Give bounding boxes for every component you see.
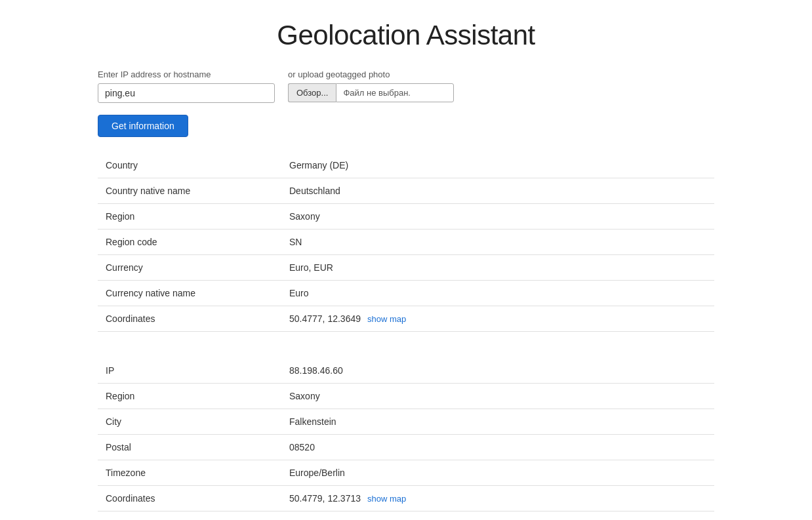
- row-label: IP: [98, 358, 281, 384]
- spacer-row: [98, 332, 714, 346]
- table-row: Postal08520: [98, 435, 714, 460]
- table-row: RegionSaxony: [98, 204, 714, 230]
- row-label: Coordinates: [98, 486, 281, 511]
- row-label: Currency native name: [98, 281, 281, 306]
- file-upload-group: or upload geotagged photo Обзор... Файл …: [288, 70, 454, 102]
- show-map-link[interactable]: show map: [367, 314, 406, 324]
- input-section: Enter IP address or hostname or upload g…: [98, 70, 714, 103]
- row-value: Euro: [281, 281, 714, 306]
- file-upload-container: Обзор... Файл не выбран.: [288, 83, 454, 102]
- row-label: Currency: [98, 255, 281, 281]
- file-browse-button[interactable]: Обзор...: [288, 83, 336, 102]
- table-row: Coordinates50.4777, 12.3649show map: [98, 306, 714, 332]
- get-information-button[interactable]: Get information: [98, 115, 188, 137]
- results-table-1: CountryGermany (DE)Country native nameDe…: [98, 153, 714, 345]
- ip-input-label: Enter IP address or hostname: [98, 70, 275, 79]
- row-value: Saxony: [281, 204, 714, 230]
- row-label: Coordinates: [98, 306, 281, 332]
- row-value: SN: [281, 230, 714, 255]
- row-label: Region: [98, 204, 281, 230]
- row-value: Europe/Berlin: [281, 460, 714, 486]
- ip-input[interactable]: [98, 83, 275, 103]
- table-row: CountryGermany (DE): [98, 153, 714, 178]
- row-value: 88.198.46.60: [281, 358, 714, 384]
- ip-input-group: Enter IP address or hostname: [98, 70, 275, 103]
- row-value: Falkenstein: [281, 409, 714, 435]
- row-value: Germany (DE): [281, 153, 714, 178]
- show-map-link[interactable]: show map: [367, 494, 406, 504]
- row-value: Deutschland: [281, 178, 714, 204]
- row-value: 50.4779, 12.3713show map: [281, 486, 714, 511]
- table-row: Currency native nameEuro: [98, 281, 714, 306]
- file-name-display: Файл не выбран.: [336, 83, 454, 102]
- row-label: Country: [98, 153, 281, 178]
- file-upload-label: or upload geotagged photo: [288, 70, 454, 79]
- row-label: Postal: [98, 435, 281, 460]
- row-value: 50.4777, 12.3649show map: [281, 306, 714, 332]
- row-label: Region: [98, 384, 281, 409]
- row-label: Timezone: [98, 460, 281, 486]
- results-table-2: IP88.198.46.60RegionSaxonyCityFalkenstei…: [98, 358, 714, 511]
- row-label: City: [98, 409, 281, 435]
- row-value: 08520: [281, 435, 714, 460]
- table-row: CityFalkenstein: [98, 409, 714, 435]
- table-row: Coordinates50.4779, 12.3713show map: [98, 486, 714, 511]
- row-value: Euro, EUR: [281, 255, 714, 281]
- table-row: RegionSaxony: [98, 384, 714, 409]
- table-row: CurrencyEuro, EUR: [98, 255, 714, 281]
- table-row: Region codeSN: [98, 230, 714, 255]
- row-label: Country native name: [98, 178, 281, 204]
- table-row: Country native nameDeutschland: [98, 178, 714, 204]
- row-value: Saxony: [281, 384, 714, 409]
- table-row: TimezoneEurope/Berlin: [98, 460, 714, 486]
- row-label: Region code: [98, 230, 281, 255]
- page-title: Geolocation Assistant: [98, 20, 714, 51]
- table-row: IP88.198.46.60: [98, 358, 714, 384]
